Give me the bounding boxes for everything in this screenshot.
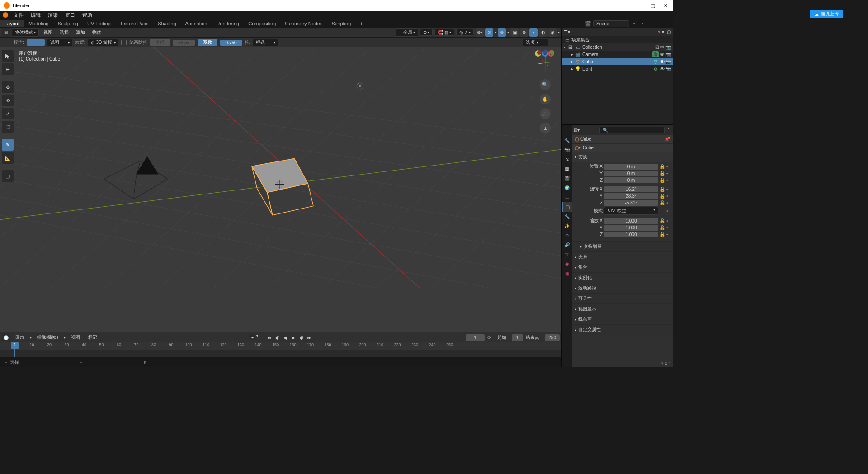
camera-view-icon[interactable]: 🎥 xyxy=(540,108,551,119)
section-delta[interactable]: ▸变换增量 xyxy=(572,242,673,251)
play-reverse-icon[interactable]: ◀ xyxy=(282,334,289,341)
snap-dropdown[interactable]: 🧲 ▥▾ xyxy=(434,29,454,36)
prop-tab-particle[interactable]: ✨ xyxy=(562,221,572,231)
timeline-track[interactable]: 1102030405060708090100110120130140150160… xyxy=(0,342,561,357)
menu-edit[interactable]: 编辑 xyxy=(29,11,42,19)
overlay-toggle-icon[interactable]: ⊚ xyxy=(498,28,506,37)
current-frame-field[interactable]: 1 xyxy=(466,334,485,341)
tab-add[interactable]: + xyxy=(355,20,367,27)
scene-name-field[interactable]: Scene xyxy=(593,20,629,27)
prop-tab-constraint[interactable]: 🔗 xyxy=(562,240,572,250)
3d-viewport[interactable]: 用户透视 (1) Collection | Cube ⊕ ✥ ⟲ ⤢ ⬚ ✎ 📐… xyxy=(0,47,561,332)
zoom-icon[interactable]: 🔍 xyxy=(540,79,551,90)
tool-add-cube[interactable]: ▢ xyxy=(2,170,14,182)
tab-texturepaint[interactable]: Texture Paint xyxy=(115,20,153,27)
tree-item-cube[interactable]: ▸▽ Cube ▽ 👁📷 xyxy=(562,58,673,65)
maximize-button[interactable]: ▢ xyxy=(649,2,656,9)
tab-geonodes[interactable]: Geometry Nodes xyxy=(280,20,327,27)
tree-item-light[interactable]: ▸💡 Light ⊙ 👁📷 xyxy=(562,65,673,72)
tab-modeling[interactable]: Modeling xyxy=(24,20,53,27)
prop-tab-tool[interactable]: 🔧 xyxy=(562,136,572,145)
tl-keying[interactable]: 插像(插帧) xyxy=(34,334,61,341)
options-dropdown[interactable]: 选项▾ xyxy=(523,39,548,46)
tool-cursor[interactable]: ⊕ xyxy=(2,63,14,75)
tl-playback[interactable]: 回放 xyxy=(13,334,27,341)
series-field[interactable]: 0.750 xyxy=(220,40,242,46)
proportional-dropdown[interactable]: ◎ ∧▾ xyxy=(456,29,474,36)
scene-new-icon[interactable]: ▫ xyxy=(639,20,646,27)
camera-restrict-icon[interactable]: 📷 xyxy=(665,59,671,64)
section-collections[interactable]: ▸集合 xyxy=(572,262,673,272)
tool-select-box[interactable] xyxy=(2,50,14,62)
prop-tab-output[interactable]: 🖨 xyxy=(562,155,572,164)
section-motion-paths[interactable]: ▸运动路径 xyxy=(572,283,673,293)
tab-uvediting[interactable]: UV Editing xyxy=(83,20,115,27)
rot-x-field[interactable]: 16.2° xyxy=(604,186,658,192)
prop-tab-texture[interactable]: ▦ xyxy=(562,269,572,278)
editor-type-icon[interactable]: ⊞ xyxy=(2,28,10,37)
properties-breadcrumb[interactable]: ▢Cube 📌 xyxy=(572,135,673,143)
menu-render[interactable]: 渲染 xyxy=(46,11,60,19)
tree-collection[interactable]: ▾☑▭ Collection ☑👁📷 xyxy=(562,43,673,51)
gizmo-toggle-icon[interactable]: ⊙ xyxy=(485,28,493,37)
tool-annotate[interactable]: ✎ xyxy=(2,139,14,151)
lock-icon[interactable]: 🔓 xyxy=(660,232,665,237)
lock-icon[interactable]: 🔓 xyxy=(660,171,665,176)
section-visibility[interactable]: ▸可见性 xyxy=(572,294,673,303)
rot-z-field[interactable]: -5.81° xyxy=(604,200,658,206)
blender-logo-icon[interactable] xyxy=(3,12,8,18)
tool-scale[interactable]: ⤢ xyxy=(2,108,14,119)
prop-tab-collection[interactable]: ▭ xyxy=(562,193,572,202)
tab-rendering[interactable]: Rendering xyxy=(212,20,244,27)
prop-tab-scene[interactable]: 🎬 xyxy=(562,174,572,183)
tree-scene-collection[interactable]: ▭ 场景集合 xyxy=(562,36,673,43)
tl-marker[interactable]: 标记 xyxy=(85,334,100,341)
vh-add[interactable]: 添加 xyxy=(73,29,88,36)
camera-restrict-icon[interactable]: 📷 xyxy=(665,66,671,71)
eye-icon[interactable]: 👁 xyxy=(660,45,665,50)
prop-tab-world[interactable]: 🌍 xyxy=(562,183,572,193)
shading-rendered-icon[interactable]: ◉ xyxy=(548,28,557,37)
scl-y-field[interactable]: 1.000 xyxy=(604,225,658,231)
eye-icon[interactable]: 👁 xyxy=(660,52,665,57)
jump-end-icon[interactable]: ⏭ xyxy=(306,334,313,341)
tool-rotate[interactable]: ⟲ xyxy=(2,95,14,106)
properties-search[interactable]: 🔍 xyxy=(599,127,665,133)
tab-sculpting[interactable]: Sculpting xyxy=(53,20,83,27)
camera-restrict-icon[interactable]: 📷 xyxy=(665,45,671,50)
prop-tab-material[interactable]: ◉ xyxy=(562,259,572,269)
tab-animation[interactable]: Animation xyxy=(181,20,212,27)
properties-options-icon[interactable]: ⋮ xyxy=(666,128,671,133)
prop-tab-object[interactable]: ▢ xyxy=(562,202,572,212)
place-dropdown[interactable]: ⊕ 3D 游标▾ xyxy=(88,39,119,46)
tool-transform[interactable]: ⬚ xyxy=(2,121,14,133)
lock-icon[interactable]: 🔓 xyxy=(660,194,665,199)
vh-select[interactable]: 选择 xyxy=(57,29,71,36)
timeline-editor-icon[interactable]: 🕐 xyxy=(2,333,10,341)
scene-icon[interactable]: 🎬 xyxy=(585,21,591,27)
exclude-checkbox-icon[interactable]: ☑ xyxy=(655,45,659,50)
radius-field[interactable]: 35 px xyxy=(173,40,194,46)
outliner-filter-icon[interactable]: 🔻▾ xyxy=(656,29,664,34)
shading-preview-icon[interactable]: ◐ xyxy=(539,28,547,37)
vh-view[interactable]: 视图 xyxy=(41,29,55,36)
xray-icon[interactable]: ▣ xyxy=(510,28,519,37)
pos-x-field[interactable]: 0 m xyxy=(604,164,658,170)
frame-reset-icon[interactable]: ⟳ xyxy=(487,335,491,340)
scl-x-field[interactable]: 1.000 xyxy=(604,218,658,224)
minimize-button[interactable]: — xyxy=(637,2,644,9)
prop-tab-data[interactable]: ▽ xyxy=(562,250,572,259)
rotation-mode-dropdown[interactable]: XYZ 欧拉 ▾ xyxy=(604,207,658,215)
vh-object[interactable]: 物体 xyxy=(90,29,104,36)
eye-icon[interactable]: 👁 xyxy=(660,66,665,71)
scl-z-field[interactable]: 1.000 xyxy=(604,232,658,237)
camera-restrict-icon[interactable]: 📷 xyxy=(665,52,671,57)
lock-icon[interactable]: 🔓 xyxy=(660,187,665,192)
pos-y-field[interactable]: 0 m xyxy=(604,171,658,176)
start-frame-field[interactable]: 1 xyxy=(512,334,524,341)
menu-window[interactable]: 窗口 xyxy=(63,11,77,19)
lock-icon[interactable]: 🔓 xyxy=(660,200,665,205)
lock-icon[interactable]: 🔓 xyxy=(660,164,665,169)
lock-icon[interactable]: 🔓 xyxy=(660,218,665,223)
prop-tab-physics[interactable]: ⊙ xyxy=(562,231,572,240)
